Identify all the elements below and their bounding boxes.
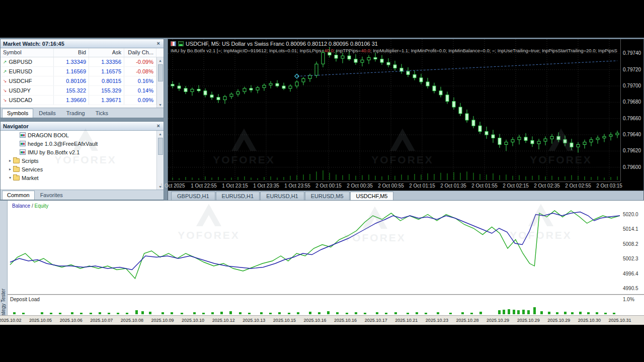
chart-price-axis[interactable]: 0.797400.797200.797000.796800.796600.796… (620, 39, 643, 182)
deposit-load-bar (449, 313, 452, 314)
tester-axis-label: 5014.1 (623, 226, 638, 232)
deposit-load-bar (108, 313, 110, 314)
chart-tab-usdchf-m5[interactable]: USDCHF,M5 (350, 192, 394, 201)
deposit-load-bar (248, 313, 251, 314)
candle-body (478, 126, 481, 131)
date-axis-label: 2025.10.29 (487, 318, 509, 323)
folder-icon (13, 158, 20, 163)
scrollbar-thumb[interactable] (158, 138, 163, 155)
market-watch-row[interactable]: ↗EURUSD1.165691.16575-0.08% (1, 67, 164, 76)
deposit-load-bar (278, 312, 281, 314)
deposit-load-bar (498, 310, 501, 314)
deposit-load-bar (260, 312, 263, 314)
price-axis-label: 0.79600 (623, 164, 641, 170)
time-axis-label: 2 Oct 00:15 (315, 183, 342, 189)
tab-details[interactable]: Details (34, 109, 61, 118)
column-header[interactable]: Daily Ch... (124, 48, 156, 57)
date-axis-label: 2025.10.07 (90, 318, 113, 323)
symbol-cell: ↗GBPUSD (1, 57, 54, 66)
candle-body (492, 135, 495, 138)
market-watch-titlebar[interactable]: Market Watch: 07:16:45 × (1, 39, 164, 48)
bid-value: 155.322 (54, 86, 89, 95)
market-watch-header-row: SymbolBidAskDaily Ch... (1, 48, 164, 57)
tab-trading[interactable]: Trading (61, 109, 90, 118)
scroll-up-icon[interactable]: ▲ (158, 131, 162, 137)
candle-body (485, 132, 488, 135)
equity-legend: Equity (34, 203, 48, 209)
candle-body (341, 56, 344, 58)
column-header[interactable]: Symbol (1, 48, 54, 57)
daily-change: 0.14% (124, 86, 156, 95)
navigator-scrollbar[interactable]: ▲ ▼ (156, 131, 164, 190)
navigator-item-market[interactable]: ▾Market (1, 173, 164, 182)
navigator-item-scripts[interactable]: ▸Scripts (1, 156, 164, 165)
candle-body (524, 137, 527, 141)
tester-axis-label: 5020.0 (623, 212, 638, 217)
chart-tab-gbpusd-h1[interactable]: GBPUSD,H1 (171, 192, 215, 201)
navigator-item-label: IMU by Bo.Botfx v2.1 (28, 149, 79, 155)
candle-body (583, 142, 586, 145)
chart-time-axis[interactable]: 1 Oct 20251 Oct 22:551 Oct 23:151 Oct 23… (168, 182, 620, 191)
navigator-item-services[interactable]: ▸Services (1, 165, 164, 173)
deposit-load-bar (508, 309, 510, 314)
candle-body (361, 60, 364, 62)
deposit-load-bar (41, 312, 43, 314)
deposit-load-bar (50, 313, 52, 314)
deposit-load-bar (59, 313, 61, 314)
candle-body (557, 136, 560, 140)
market-watch-row[interactable]: ↘USDJPY155.322155.3290.14% (1, 86, 164, 96)
scrollbar-thumb[interactable] (158, 64, 163, 81)
tick-down-icon: ↘ (3, 78, 7, 83)
deposit-load-bar (149, 312, 151, 314)
price-axis-label: 0.79620 (623, 148, 641, 153)
chevron-right-icon[interactable]: ▸ (7, 167, 13, 171)
chart-tab-eurusd-h1[interactable]: EURUSD,H1 (260, 192, 304, 201)
deposit-load-bar (540, 311, 543, 314)
candle-body (596, 138, 599, 140)
close-icon[interactable]: × (156, 41, 161, 46)
navigator-item-dragon-bool[interactable]: DRAGON BOOL (1, 131, 164, 139)
navigator-item-imu-by-bo-botfx-v2-1[interactable]: IMU by Bo.Botfx v2.1 (1, 148, 164, 156)
time-axis-label: 1 Oct 23:55 (284, 183, 310, 189)
time-axis-label: 2 Oct 02:15 (503, 183, 529, 189)
close-icon[interactable]: × (156, 123, 161, 129)
scroll-up-icon[interactable]: ▲ (158, 57, 162, 63)
chevron-down-icon[interactable]: ▾ (7, 175, 13, 180)
tab-symbols[interactable]: Symbols (2, 109, 33, 118)
chart-tab-bar: GBPUSD,H1EURUSD,H1EURUSD,H1EURUSD,M5USDC… (168, 191, 643, 201)
market-watch-row[interactable]: ↘USDCHF0.801060.801150.16% (1, 76, 164, 86)
balance-equity-chart[interactable] (0, 201, 620, 294)
chart-tab-eurusd-m5[interactable]: EURUSD,M5 (305, 192, 350, 201)
tab-ticks[interactable]: Ticks (91, 109, 113, 118)
navigator-item-hedge-1-0-3-freeeafxvault[interactable]: hedge 1.0.3@FreeEAfxVault (1, 139, 164, 148)
market-watch-scrollbar[interactable]: ▲ ▼ (156, 57, 164, 108)
market-watch-row[interactable]: ↗GBPUSD1.333491.33356-0.09% (1, 57, 164, 67)
candle-body (531, 140, 534, 144)
tab-favorites[interactable]: Favorites (35, 191, 68, 200)
column-header[interactable]: Ask (89, 48, 124, 57)
tab-common[interactable]: Common (2, 191, 35, 200)
deposit-load-bar (171, 312, 173, 314)
deposit-load-bar (327, 311, 330, 314)
deposit-load-bar (99, 312, 101, 314)
deposit-load-bar (297, 312, 299, 314)
candlestick-chart[interactable] (168, 39, 620, 182)
trendline[interactable] (297, 61, 617, 76)
candle-body (452, 102, 455, 107)
scroll-down-icon[interactable]: ▼ (158, 102, 162, 108)
navigator-titlebar[interactable]: Navigator × (1, 122, 164, 131)
market-watch-row[interactable]: ↘USDCAD1.396601.396710.09% (1, 96, 164, 105)
chevron-right-icon[interactable]: ▸ (7, 158, 13, 163)
chart-tab-eurusd-h1[interactable]: EURUSD,H1 (216, 192, 260, 201)
deposit-load-bar (318, 312, 320, 314)
strategy-tester-side-tab[interactable]: Strategy Tester (0, 201, 8, 325)
navigator-item-label: hedge 1.0.3@FreeEAfxVault (28, 141, 98, 147)
deposit-load-bar (548, 312, 550, 314)
deposit-load-bar (364, 313, 366, 314)
candle-body (564, 140, 567, 143)
tester-axis-label: 4990.5 (623, 286, 638, 291)
ea-param-text: 40.0 (324, 48, 334, 53)
chart-window[interactable]: USDCHF, M5: US Dollar vs Swiss Franc 0.8… (168, 39, 644, 200)
column-header[interactable]: Bid (54, 48, 89, 57)
candle-body (439, 91, 442, 95)
